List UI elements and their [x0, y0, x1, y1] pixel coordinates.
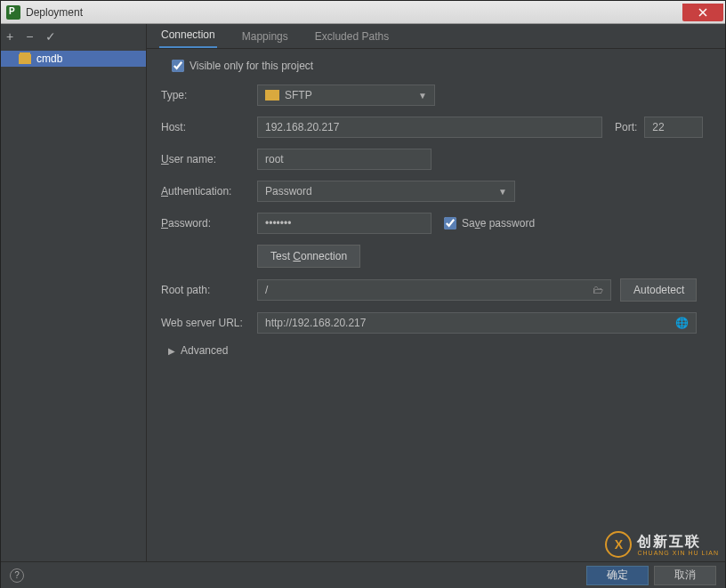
ok-button[interactable]: 确定 — [586, 566, 649, 585]
authentication-label: Authentication: — [161, 185, 257, 197]
sftp-icon — [265, 90, 279, 101]
chevron-down-icon: ▼ — [498, 187, 507, 197]
app-icon — [6, 5, 20, 20]
cancel-button[interactable]: 取消 — [654, 566, 716, 585]
web-server-url-input[interactable]: http://192.168.20.217 🌐 — [257, 312, 697, 334]
tab-connection[interactable]: Connection — [159, 23, 217, 48]
password-input[interactable] — [257, 213, 432, 234]
tab-excluded[interactable]: Excluded Paths — [313, 25, 391, 48]
title-bar: Deployment — [1, 1, 725, 24]
add-icon[interactable]: + — [6, 29, 13, 44]
server-tree: cmdb — [1, 49, 146, 67]
test-connection-button[interactable]: Test Connection — [257, 245, 360, 268]
save-password-checkbox[interactable] — [444, 217, 456, 230]
tree-item-label: cmdb — [36, 52, 62, 65]
authentication-select[interactable]: Password ▼ — [257, 181, 515, 202]
folder-icon[interactable]: 🗁 — [593, 284, 603, 296]
type-label: Type: — [161, 89, 257, 101]
username-label: User name: — [161, 153, 257, 165]
chevron-down-icon: ▼ — [418, 91, 427, 101]
help-button[interactable]: ? — [10, 568, 24, 583]
host-label: Host: — [161, 121, 257, 133]
watermark: X 创新互联 CHUANG XIN HU LIAN — [605, 531, 719, 558]
save-password-label: Save password — [462, 217, 535, 230]
tab-bar: Connection Mappings Excluded Paths — [147, 24, 725, 49]
connection-form: Visible only for this project Type: SFTP… — [147, 49, 725, 367]
sidebar: + − ✓ cmdb — [1, 24, 147, 561]
tab-mappings[interactable]: Mappings — [240, 25, 290, 48]
sidebar-toolbar: + − ✓ — [1, 24, 146, 49]
bottom-bar: ? 确定 取消 — [1, 561, 725, 588]
root-path-label: Root path: — [161, 284, 257, 296]
username-input[interactable] — [257, 149, 432, 170]
close-button[interactable] — [682, 4, 723, 21]
remove-icon[interactable]: − — [26, 29, 33, 44]
triangle-right-icon: ▶ — [168, 346, 175, 356]
password-label: Password: — [161, 217, 257, 230]
check-icon[interactable]: ✓ — [45, 29, 56, 44]
root-path-input[interactable]: / 🗁 — [257, 279, 611, 301]
web-server-url-label: Web server URL: — [161, 317, 257, 329]
host-input[interactable] — [257, 117, 602, 138]
sftp-folder-icon — [19, 54, 31, 64]
port-label: Port: — [615, 121, 637, 133]
window-title: Deployment — [26, 6, 682, 19]
tree-item-cmdb[interactable]: cmdb — [1, 51, 146, 67]
watermark-sub: CHUANG XIN HU LIAN — [637, 550, 719, 556]
type-select[interactable]: SFTP ▼ — [257, 85, 435, 106]
visible-only-checkbox[interactable] — [172, 60, 184, 72]
watermark-text: 创新互联 — [637, 533, 719, 552]
port-input[interactable] — [644, 117, 703, 138]
watermark-logo: X — [605, 531, 632, 558]
advanced-expander[interactable]: ▶ Advanced — [168, 344, 711, 357]
visible-only-label: Visible only for this project — [190, 60, 313, 72]
autodetect-button[interactable]: Autodetect — [620, 278, 697, 302]
globe-icon[interactable]: 🌐 — [675, 317, 689, 329]
